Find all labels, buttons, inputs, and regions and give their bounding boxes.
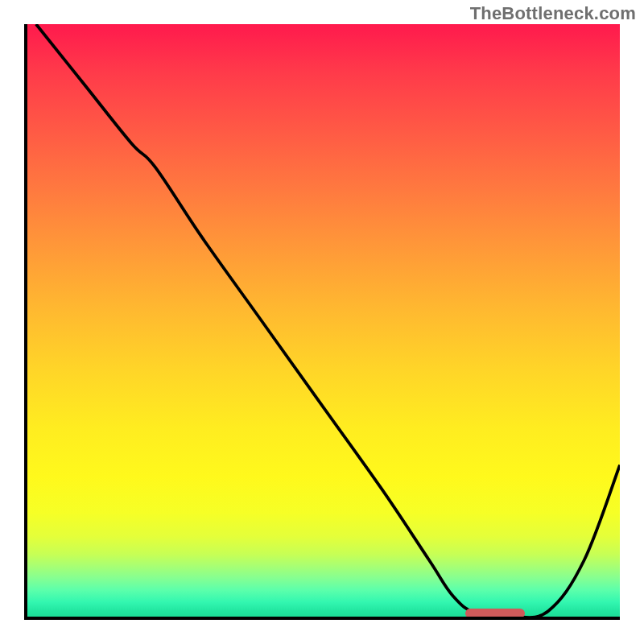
watermark-text: TheBottleneck.com	[470, 3, 636, 24]
plot-area	[24, 24, 620, 620]
optimum-marker	[465, 609, 525, 618]
bottleneck-curve-path	[36, 24, 620, 617]
chart-container: TheBottleneck.com	[0, 0, 644, 644]
bottleneck-curve	[24, 24, 620, 620]
